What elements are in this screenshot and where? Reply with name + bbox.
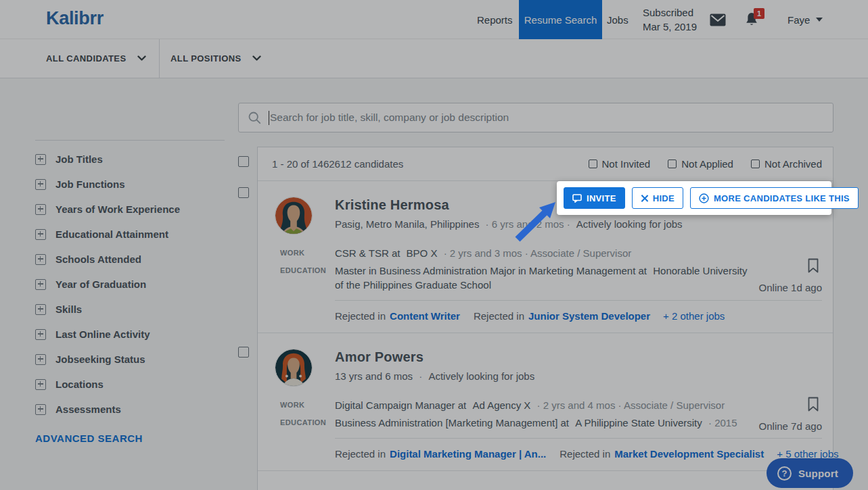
dim-overlay xyxy=(0,0,868,490)
more-candidates-button[interactable]: MORE CANDIDATES LIKE THIS xyxy=(690,187,859,209)
hide-button[interactable]: HIDE xyxy=(632,187,683,209)
cursor-arrow xyxy=(512,200,558,245)
resume-search-page: Kalibrr Reports Resume Search Jobs Subsc… xyxy=(0,0,868,490)
invite-label: INVITE xyxy=(587,193,616,203)
x-icon xyxy=(641,195,648,202)
more-candidates-label: MORE CANDIDATES LIKE THIS xyxy=(714,193,850,203)
action-panel: INVITE HIDE MORE CANDIDATES LIKE THIS xyxy=(557,181,831,215)
invite-button[interactable]: INVITE xyxy=(564,187,625,209)
plus-circle-icon xyxy=(699,193,709,203)
hide-label: HIDE xyxy=(653,193,675,203)
chat-bubble-icon xyxy=(572,194,582,203)
